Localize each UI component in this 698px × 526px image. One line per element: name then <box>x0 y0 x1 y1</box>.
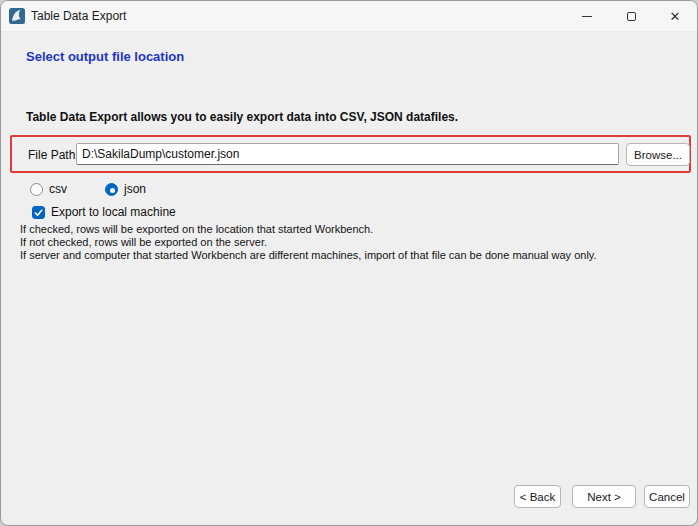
window-controls: ✕ <box>565 1 697 31</box>
notes-block: If checked, rows will be exported on the… <box>20 223 685 262</box>
close-button[interactable]: ✕ <box>653 1 697 31</box>
close-icon: ✕ <box>670 10 681 23</box>
maximize-button[interactable] <box>609 1 653 31</box>
file-path-input[interactable] <box>76 143 619 165</box>
format-radio-group: csv json <box>30 182 172 196</box>
radio-option-csv[interactable]: csv <box>30 182 67 196</box>
back-button[interactable]: < Back <box>514 485 561 508</box>
radio-option-json[interactable]: json <box>105 182 146 196</box>
radio-csv-icon[interactable] <box>30 183 43 196</box>
window-title: Table Data Export <box>31 9 126 23</box>
checkbox-icon[interactable] <box>32 206 45 219</box>
minimize-icon <box>582 16 592 17</box>
maximize-icon <box>627 12 636 21</box>
note-line: If server and computer that started Work… <box>20 249 685 262</box>
next-button[interactable]: Next > <box>572 485 636 508</box>
radio-json-icon[interactable] <box>105 183 118 196</box>
page-title: Select output file location <box>26 49 184 64</box>
radio-csv-label: csv <box>49 182 67 196</box>
cancel-button[interactable]: Cancel <box>644 485 690 508</box>
mysql-workbench-logo-icon <box>9 8 25 24</box>
note-line: If not checked, rows will be exported on… <box>20 236 685 249</box>
intro-text: Table Data Export allows you to easily e… <box>26 110 458 124</box>
file-path-label: File Path: <box>28 148 79 162</box>
title-bar: Table Data Export ✕ <box>1 1 697 31</box>
minimize-button[interactable] <box>565 1 609 31</box>
note-line: If checked, rows will be exported on the… <box>20 223 685 236</box>
export-local-machine-label: Export to local machine <box>51 205 176 219</box>
browse-button[interactable]: Browse... <box>626 143 690 166</box>
table-data-export-dialog: Table Data Export ✕ Select output file l… <box>0 0 698 526</box>
export-local-machine-option[interactable]: Export to local machine <box>32 205 176 219</box>
radio-json-label: json <box>124 182 146 196</box>
